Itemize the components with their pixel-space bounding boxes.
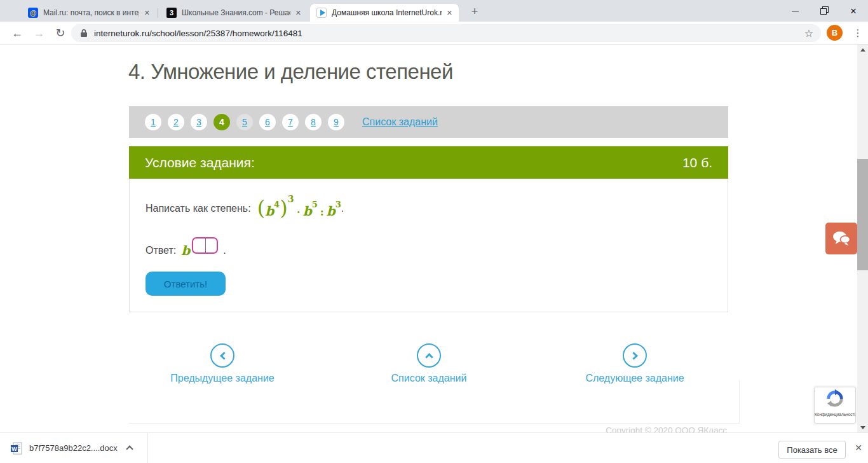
task-prompt: Написать как степень:: [146, 203, 251, 214]
task-condition-header: Условие задания: 10 б.: [129, 146, 728, 179]
page-viewport: 4. Умножение и деление степеней 1 2 3 4 …: [0, 45, 868, 432]
next-task-nav[interactable]: Следующее задание: [571, 343, 698, 384]
bookmark-star-icon[interactable]: ☆: [804, 27, 813, 39]
chevron-up-icon[interactable]: [417, 343, 441, 368]
prev-task-label[interactable]: Предыдущее задание: [159, 373, 286, 384]
task-card: Написать как степень: (b4)3⋅b5:b3 . Отве…: [129, 179, 728, 312]
iframe-bottom-edge: [129, 423, 739, 424]
task-number-3[interactable]: 3: [191, 114, 207, 130]
tab-close-icon[interactable]: ✕: [295, 9, 301, 17]
task-number-9[interactable]: 9: [328, 114, 344, 130]
math-formula: (b4)3⋅b5:b3: [257, 197, 341, 221]
restore-button[interactable]: [810, 0, 839, 22]
scroll-down-button[interactable]: [857, 422, 868, 432]
word-document-icon: W: [10, 442, 23, 457]
task-pagination-bar: 1 2 3 4 5 6 7 8 9 Список заданий: [129, 106, 728, 138]
window-close-icon: ✕: [850, 6, 857, 16]
submit-answer-button[interactable]: Ответить!: [146, 272, 226, 296]
recaptcha-privacy-label: Конфиденциальность: [815, 412, 855, 417]
prev-task-nav[interactable]: Предыдущее задание: [159, 343, 286, 384]
window-controls: ✕: [780, 0, 868, 22]
task-number-6[interactable]: 6: [259, 114, 276, 130]
browser-menu-icon[interactable]: ⋮: [851, 25, 864, 41]
scroll-up-button[interactable]: [857, 45, 868, 55]
tab-znanija[interactable]: 3 Школьные Знания.com - Решае ✕: [160, 4, 308, 22]
task-number-4-active[interactable]: 4: [214, 114, 230, 130]
download-separator: [147, 433, 148, 463]
page-title: 4. Умножение и деление степеней: [128, 60, 453, 84]
interneturok-favicon-icon: [316, 8, 327, 18]
task-number-2[interactable]: 2: [168, 114, 184, 130]
task-list-label[interactable]: Список заданий: [365, 373, 492, 384]
downloads-bar-close-icon[interactable]: ✕: [852, 441, 865, 454]
answer-label: Ответ:: [146, 245, 176, 256]
address-bar[interactable]: interneturok.ru/school/lesson/25387/home…: [71, 24, 821, 42]
task-list-nav[interactable]: Список заданий: [365, 343, 492, 384]
show-all-downloads-button[interactable]: Показать все: [778, 441, 846, 459]
formula-period: .: [341, 203, 344, 214]
back-button[interactable]: ←: [9, 25, 25, 41]
svg-text:W: W: [11, 446, 17, 452]
copyright-text: Copyright © 2020 ООО ЯКласс: [606, 425, 727, 432]
tab-close-icon[interactable]: ✕: [447, 9, 452, 17]
download-options-chevron-icon[interactable]: [126, 445, 133, 452]
scroll-down-icon: [860, 426, 865, 429]
chevron-right-icon[interactable]: [623, 343, 647, 368]
task-number-5[interactable]: 5: [236, 114, 253, 130]
new-tab-button[interactable]: +: [466, 4, 483, 20]
tab-separator: [158, 8, 158, 18]
task-number-1[interactable]: 1: [145, 114, 161, 130]
downloaded-file-name[interactable]: b7f7578a9b22c2....docx: [29, 443, 118, 453]
forward-button[interactable]: →: [31, 25, 47, 41]
tab-interneturok-active[interactable]: Домашняя школа InternetUrok.r ✕: [310, 4, 459, 22]
scroll-up-icon: [860, 48, 865, 52]
chevron-left-icon[interactable]: [210, 343, 234, 368]
scrollbar-thumb[interactable]: [857, 159, 868, 270]
znanija-favicon-icon: 3: [166, 8, 177, 18]
profile-avatar[interactable]: B: [827, 25, 843, 41]
browser-toolbar: ← → ↻ interneturok.ru/school/lesson/2538…: [0, 22, 868, 45]
exponent-input[interactable]: [192, 237, 218, 254]
task-number-7[interactable]: 7: [282, 114, 299, 130]
url-text[interactable]: interneturok.ru/school/lesson/25387/home…: [94, 29, 804, 38]
answer-base: b: [181, 243, 190, 258]
iframe-right-edge: [739, 380, 740, 424]
task-prompt-row: Написать как степень: (b4)3⋅b5:b3 .: [146, 191, 344, 226]
tab-title: Школьные Знания.com - Решае: [182, 8, 290, 17]
tab-title: Mail.ru: почта, поиск в интернет: [43, 8, 139, 17]
points-badge: 10 б.: [682, 155, 712, 170]
next-task-label[interactable]: Следующее задание: [571, 373, 698, 384]
vertical-scrollbar[interactable]: [857, 45, 868, 432]
lock-icon: [80, 29, 88, 38]
minimize-button[interactable]: [780, 0, 810, 22]
restore-icon: [821, 8, 827, 14]
tab-mailru[interactable]: @ Mail.ru: почта, поиск в интернет ✕: [22, 4, 156, 22]
recaptcha-badge[interactable]: Конфиденциальность: [814, 387, 856, 424]
answer-row: Ответ: b .: [146, 240, 226, 261]
chat-widget-button[interactable]: [825, 223, 857, 254]
minimize-icon: [792, 11, 799, 11]
answer-period: .: [223, 245, 226, 256]
tab-title: Домашняя школа InternetUrok.r: [332, 8, 442, 17]
tab-strip: @ Mail.ru: почта, поиск в интернет ✕ 3 Ш…: [0, 0, 868, 22]
downloads-bar: W b7f7578a9b22c2....docx Показать все ✕: [0, 432, 868, 463]
tab-close-icon[interactable]: ✕: [144, 9, 150, 17]
chat-bubbles-icon: [832, 230, 851, 247]
task-list-link[interactable]: Список заданий: [362, 116, 438, 128]
condition-label: Условие задания:: [145, 155, 255, 170]
refresh-button[interactable]: ↻: [52, 25, 69, 41]
mailru-favicon-icon: @: [28, 8, 38, 18]
recaptcha-logo-icon: [825, 389, 844, 408]
window-close-button[interactable]: ✕: [839, 0, 868, 22]
task-number-8[interactable]: 8: [305, 114, 322, 130]
